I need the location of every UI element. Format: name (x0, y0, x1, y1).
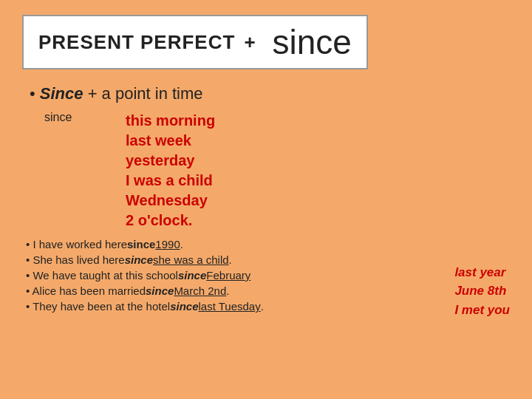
s5-end: . (261, 300, 264, 313)
s1-since: since (127, 238, 155, 250)
sentence-1: • I have worked here since 1990. (26, 238, 510, 250)
title-plus: + (244, 31, 256, 54)
sentence-5: • They have been at the hotel since last… (26, 300, 510, 313)
right-item-1: last year (454, 263, 505, 282)
title-box: PRESENT PERFECT + since (22, 15, 368, 69)
s3-since: since (178, 269, 206, 282)
s1-p1: • I have worked here (26, 238, 127, 250)
bullet-section: • Since + a point in time since this mor… (30, 84, 510, 231)
example-3: yesterday (126, 151, 215, 171)
example-1: this morning (126, 111, 215, 131)
example-2: last week (126, 131, 215, 151)
s2-p1: • She has lived here (26, 253, 125, 266)
s4-end: . (226, 284, 229, 297)
s2-ref: she was a child (153, 253, 229, 266)
right-item-3: I met you (454, 301, 510, 320)
since-point: • Since + a point in time (30, 84, 510, 103)
s4-ref: March 2nd (174, 284, 226, 297)
example-6: 2 o'clock. (126, 211, 215, 231)
since-italic: Since (40, 84, 83, 103)
title-main: PRESENT PERFECT (38, 31, 235, 54)
example-5: Wednesday (126, 191, 215, 211)
sentence-3: • We have taught at this school since Fe… (26, 269, 510, 282)
s2-end: . (229, 253, 232, 266)
s5-since: since (170, 300, 198, 313)
s5-ref: last Tuesday (198, 300, 260, 313)
s2-since: since (125, 253, 153, 266)
sentence-2: • She has lived here since she was a chi… (26, 253, 510, 266)
s4-p1: • Alice has been married (26, 284, 146, 297)
sentence-4: • Alice has been married since March 2nd… (26, 284, 510, 297)
s1-ref: 1990 (155, 238, 180, 250)
since-examples: this morning last week yesterday I was a… (126, 111, 215, 231)
s1-end: . (180, 238, 183, 250)
s4-since: since (146, 284, 174, 297)
s3-p1: • We have taught at this school (26, 269, 178, 282)
sentences-section: • I have worked here since 1990. • She h… (26, 238, 510, 313)
since-label-row: since this morning last week yesterday I… (44, 111, 510, 231)
title-since: since (273, 22, 352, 62)
right-column: last year June 8th I met you (454, 263, 510, 320)
example-4: I was a child (126, 171, 215, 191)
since-label: since (44, 111, 126, 231)
s3-ref: February (206, 269, 250, 282)
s5-p1: • They have been at the hotel (26, 300, 170, 313)
main-container: PRESENT PERFECT + since • Since + a poin… (0, 0, 532, 399)
right-item-2: June 8th (454, 282, 506, 301)
